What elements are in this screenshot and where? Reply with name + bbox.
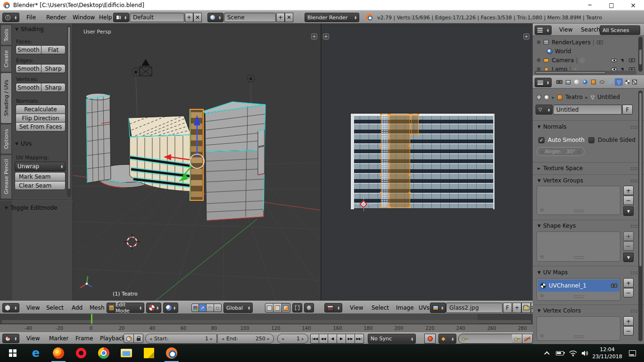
- jump-to-end-button[interactable]: ▶▶|: [355, 334, 364, 344]
- outliner-hscrollbar[interactable]: [535, 71, 636, 74]
- normals-panel-header[interactable]: ▼Normals: [537, 123, 638, 130]
- menu-view[interactable]: View: [557, 26, 574, 33]
- action-center-button[interactable]: [625, 344, 639, 362]
- clear-seam-button[interactable]: Clear Seam: [15, 181, 66, 190]
- scene-icon-button[interactable]: ▲▼: [207, 13, 223, 22]
- face-select-button[interactable]: [282, 303, 290, 313]
- shading-panel-header[interactable]: ▼Shading: [15, 26, 70, 33]
- list-filter-icon[interactable]: ⊕: [540, 333, 544, 339]
- delete-scene-button[interactable]: ✕: [285, 13, 293, 22]
- uv-island-top[interactable]: [411, 114, 419, 134]
- scenes-filter-select[interactable]: All Scenes: [600, 25, 640, 35]
- uv-maps-panel-header[interactable]: ▼UV Maps: [537, 269, 638, 276]
- shelf-tab-grease-pencil[interactable]: Grease Pencil: [1, 155, 11, 198]
- edges-sharp-button[interactable]: Sharp: [41, 64, 66, 73]
- minimize-button[interactable]: ─: [579, 0, 601, 10]
- edge-select-button[interactable]: [273, 303, 282, 313]
- list-resize-grip[interactable]: [574, 210, 584, 212]
- menu-search[interactable]: Search: [579, 26, 602, 33]
- panel-drag-dots[interactable]: [630, 125, 638, 129]
- vertex-color-remove-button[interactable]: −: [623, 326, 634, 336]
- current-frame-field[interactable]: ◂ 1▸: [277, 334, 308, 344]
- editor-type-3dview[interactable]: ▲▼: [2, 303, 19, 313]
- keying-set-select[interactable]: ◆▲▼: [438, 334, 456, 344]
- taskbar-blender[interactable]: [164, 344, 179, 362]
- tab-render-layers[interactable]: [564, 78, 572, 86]
- menu-view[interactable]: View: [25, 304, 41, 311]
- list-filter-icon[interactable]: ⊕: [540, 254, 544, 260]
- lock-range-button[interactable]: [134, 334, 143, 343]
- shelf-tab-tools[interactable]: Tools: [1, 25, 11, 45]
- tab-modifiers[interactable]: [606, 78, 614, 86]
- panel-drag-dots[interactable]: [630, 271, 638, 274]
- render-restrict-icon[interactable]: [596, 39, 603, 45]
- vertices-smooth-button[interactable]: Smooth: [16, 83, 41, 92]
- vertex-colors-panel-header[interactable]: ▼Vertex Colors: [537, 307, 638, 314]
- texture-space-panel-header[interactable]: ►Texture Space: [537, 165, 638, 172]
- prev-keyframe-button[interactable]: ◀◀: [319, 334, 328, 344]
- mesh-name-field[interactable]: Untitled: [553, 105, 622, 115]
- list-resize-grip[interactable]: [574, 256, 584, 259]
- titlebar[interactable]: Blender* [C:\Users\Teo\Desktop\Edificio.…: [0, 0, 644, 10]
- shape-keys-panel-header[interactable]: ▼Shape Keys: [537, 222, 638, 229]
- scrollbar-thumb[interactable]: [67, 26, 71, 189]
- vertex-color-add-button[interactable]: +: [623, 316, 634, 326]
- outliner-row-renderlayers[interactable]: ⊕ RenderLayers |: [537, 38, 636, 47]
- tray-wifi[interactable]: [567, 344, 579, 362]
- lamp-object[interactable]: [132, 68, 255, 82]
- play-reverse-button[interactable]: ◀: [328, 334, 337, 344]
- flip-direction-button[interactable]: Flip Direction: [16, 114, 66, 123]
- proportional-edit-button[interactable]: [304, 303, 314, 313]
- fake-user-button[interactable]: F: [503, 303, 512, 313]
- panel-drag-dots[interactable]: [630, 309, 638, 313]
- breadcrumb-data[interactable]: Untitled: [597, 94, 619, 100]
- angle-slider[interactable]: ◂ Angle: 30° ▸: [537, 147, 585, 156]
- menu-mesh[interactable]: Mesh: [88, 304, 107, 311]
- tab-data[interactable]: ▽: [615, 78, 623, 86]
- snap-button[interactable]: [292, 303, 302, 313]
- tray-chevron[interactable]: [541, 344, 553, 362]
- editor-type-image[interactable]: ▲▼: [324, 303, 342, 313]
- tray-volume[interactable]: [579, 344, 591, 362]
- taskbar-sticky-notes[interactable]: [141, 344, 157, 362]
- uv-vertices[interactable]: [351, 114, 353, 115]
- vertex-select-button[interactable]: [265, 303, 273, 313]
- shelf-tab-create[interactable]: Create: [1, 46, 11, 72]
- double-sided-checkbox[interactable]: [588, 137, 594, 143]
- menu-add[interactable]: Add: [70, 304, 84, 311]
- tab-material[interactable]: [623, 78, 631, 86]
- panel-drag-dots[interactable]: [63, 206, 71, 210]
- timeline-main[interactable]: [0, 314, 533, 324]
- expand-properties-region-button[interactable]: +: [523, 33, 529, 40]
- manipulator-scale-button[interactable]: ◻: [214, 304, 222, 312]
- expand-properties-region-button[interactable]: +: [311, 33, 317, 40]
- uv-render-icon[interactable]: [611, 284, 617, 288]
- menu-frame[interactable]: Frame: [74, 335, 95, 342]
- item-label[interactable]: Camera: [552, 57, 574, 64]
- edges-smooth-button[interactable]: Smooth: [16, 64, 41, 73]
- end-frame-field[interactable]: ◂End: 250▸: [217, 334, 274, 344]
- expand-icon[interactable]: ⊕: [537, 39, 541, 45]
- taskbar-explorer[interactable]: [119, 344, 134, 362]
- vertex-group-add-button[interactable]: +: [623, 186, 634, 195]
- new-image-button[interactable]: +: [512, 303, 521, 313]
- tab-scene[interactable]: [572, 78, 580, 86]
- screen-layout-icon-button[interactable]: ▲▼: [113, 13, 129, 22]
- current-frame-marker[interactable]: [91, 314, 92, 324]
- cursor-2d[interactable]: [357, 198, 371, 211]
- fake-user-button[interactable]: F: [622, 105, 633, 115]
- start-frame-field[interactable]: ◂Start: 1▸: [145, 334, 217, 344]
- cursor-3d[interactable]: [124, 234, 140, 250]
- menu-view[interactable]: View: [25, 335, 41, 342]
- expand-toolshelf-region-button[interactable]: +: [323, 33, 329, 40]
- sync-mode-select[interactable]: No Sync▲▼: [368, 334, 416, 344]
- shelf-tab-shading-uvs[interactable]: Shading / UVs: [1, 73, 11, 123]
- play-button[interactable]: ▶: [337, 334, 346, 344]
- scene-name[interactable]: Scene: [224, 13, 276, 22]
- editor-type-timeline[interactable]: ▲▼: [2, 334, 19, 343]
- tab-object[interactable]: [589, 78, 597, 86]
- delete-layout-button[interactable]: ✕: [193, 13, 202, 22]
- outliner-row-camera[interactable]: ⊕ Camera |: [537, 56, 636, 65]
- tab-render[interactable]: [555, 78, 563, 86]
- properties-vscrollbar[interactable]: [638, 90, 643, 341]
